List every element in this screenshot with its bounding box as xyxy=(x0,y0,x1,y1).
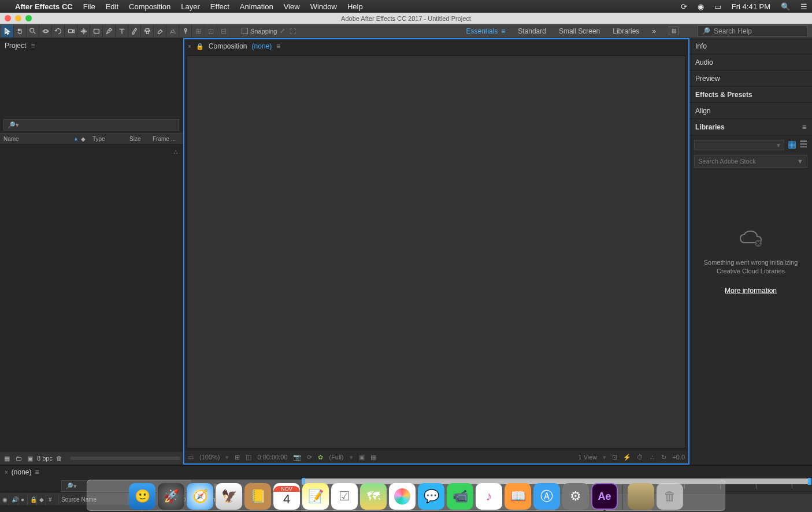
comp-tab-close-icon[interactable]: × xyxy=(188,43,191,50)
type-tool[interactable] xyxy=(116,25,128,38)
zoom-tool[interactable] xyxy=(27,25,39,38)
dock-photos-icon[interactable] xyxy=(389,483,416,510)
new-folder-icon[interactable]: 🗀 xyxy=(14,455,23,462)
local-axis-mode[interactable]: ⊞ xyxy=(192,25,205,38)
selection-tool[interactable] xyxy=(1,25,14,38)
comp-tab-label[interactable]: Composition xyxy=(209,42,247,50)
displays-icon[interactable]: ▭ xyxy=(714,2,721,11)
snapping-extend-icon[interactable]: ⛶ xyxy=(290,28,296,35)
dock-itunes-icon[interactable]: ♪ xyxy=(476,483,502,510)
timeline-panel-menu-icon[interactable]: ≡ xyxy=(35,468,39,476)
resolution-grid-icon[interactable]: ⊞ xyxy=(235,454,240,461)
menu-composition[interactable]: Composition xyxy=(129,2,170,11)
project-search-input[interactable]: 🔎▾ xyxy=(3,119,179,131)
library-search-input[interactable]: Search Adobe Stock ▼ xyxy=(694,155,807,168)
project-panel-menu-icon[interactable]: ≡ xyxy=(31,42,35,50)
dock-ibooks-icon[interactable]: 📖 xyxy=(505,483,531,510)
puppet-pin-tool[interactable] xyxy=(179,25,192,38)
dock-mail-icon[interactable]: 🦅 xyxy=(216,483,242,510)
dock-sysprefs-icon[interactable]: ⚙ xyxy=(562,483,589,510)
exposure-value[interactable]: +0.0 xyxy=(672,454,685,461)
spotlight-icon[interactable]: 🔍 xyxy=(781,2,790,11)
menu-help[interactable]: Help xyxy=(347,2,363,11)
mask-visibility-icon[interactable]: ◫ xyxy=(246,454,251,461)
project-col-name[interactable]: Name xyxy=(3,136,71,142)
pixel-aspect-icon[interactable]: ⊡ xyxy=(612,454,617,461)
project-thumb-slider[interactable] xyxy=(70,457,180,460)
view-axis-mode[interactable]: ⊟ xyxy=(217,25,230,38)
dock-maps-icon[interactable]: 🗺 xyxy=(360,483,387,510)
snapshot-icon[interactable]: 📷 xyxy=(293,454,301,461)
menu-view[interactable]: View xyxy=(284,2,300,11)
dock-reminders-icon[interactable]: ☑ xyxy=(331,483,358,510)
workspace-standard[interactable]: Standard xyxy=(518,27,546,35)
view-layout-dropdown[interactable]: 1 View xyxy=(578,454,597,461)
project-col-frame[interactable]: Frame ... xyxy=(153,136,179,142)
dock-desktop-icon[interactable] xyxy=(628,483,654,510)
hand-tool[interactable] xyxy=(14,25,27,38)
cc-status-icon[interactable]: ⟳ xyxy=(681,2,687,11)
dock-finder-icon[interactable]: 🙂 xyxy=(129,483,155,510)
pan-behind-tool[interactable] xyxy=(77,25,90,38)
roi-icon[interactable]: ▣ xyxy=(359,454,365,461)
color-mgmt-icon[interactable]: ✿ xyxy=(318,454,323,461)
fullscreen-window-button[interactable] xyxy=(25,15,32,21)
resolution-dropdown[interactable]: (Full) xyxy=(329,454,343,461)
timeline-icon[interactable]: ⏱ xyxy=(637,454,643,461)
library-dropdown[interactable]: ▼ xyxy=(694,140,784,150)
panel-libraries[interactable]: Libraries≡ xyxy=(689,119,812,135)
current-time[interactable]: 0:00:00:00 xyxy=(257,454,287,461)
dock-notes-icon[interactable]: 📝 xyxy=(302,483,329,510)
dock-facetime-icon[interactable]: 📹 xyxy=(447,483,473,510)
dock-aftereffects-icon[interactable]: Ae xyxy=(591,483,618,510)
panel-audio[interactable]: Audio xyxy=(689,54,812,71)
library-list-view-icon[interactable]: ☰ xyxy=(799,140,807,148)
composition-viewer[interactable] xyxy=(187,55,686,448)
menubar-app-name[interactable]: After Effects CC xyxy=(15,2,73,11)
unified-camera-tool[interactable] xyxy=(65,25,77,38)
comp-panel-menu-icon[interactable]: ≡ xyxy=(276,42,280,50)
project-col-type[interactable]: Type xyxy=(92,136,127,142)
panel-align[interactable]: Align xyxy=(689,103,812,119)
comp-tab-lock-icon[interactable]: 🔒 xyxy=(196,43,204,50)
always-preview-icon[interactable]: ▭ xyxy=(188,454,194,461)
panel-info[interactable]: Info xyxy=(689,38,812,54)
flowchart-icon[interactable]: ⛬ xyxy=(172,148,179,448)
project-tab-label[interactable]: Project xyxy=(5,42,26,50)
menu-animation[interactable]: Animation xyxy=(240,2,273,11)
dock-trash-icon[interactable]: 🗑 xyxy=(657,483,683,510)
snapping-checkbox[interactable] xyxy=(242,28,248,34)
workspace-libraries[interactable]: Libraries xyxy=(613,27,639,35)
dock-messages-icon[interactable]: 💬 xyxy=(418,483,444,510)
rotation-tool[interactable] xyxy=(52,25,65,38)
menu-layer[interactable]: Layer xyxy=(181,2,200,11)
menu-window[interactable]: Window xyxy=(310,2,337,11)
library-grid-view-icon[interactable]: ▦ xyxy=(788,140,796,148)
project-col-label-icon[interactable]: ◆ xyxy=(81,136,90,142)
dock-calendar-icon[interactable]: NOV4 xyxy=(273,483,300,510)
pen-tool[interactable] xyxy=(103,25,116,38)
fast-previews-icon[interactable]: ⚡ xyxy=(623,454,631,461)
notification-center-icon[interactable]: ☰ xyxy=(800,2,807,11)
panel-preview[interactable]: Preview xyxy=(689,71,812,87)
search-help-input[interactable]: 🔎 Search Help xyxy=(698,25,807,37)
snapping-options-icon[interactable]: ⤢ xyxy=(280,27,285,35)
interpret-footage-icon[interactable]: ▦ xyxy=(2,455,12,462)
menu-effect[interactable]: Effect xyxy=(210,2,229,11)
rectangle-tool[interactable] xyxy=(90,25,103,38)
roto-brush-tool[interactable] xyxy=(166,25,179,38)
dock-safari-icon[interactable]: 🧭 xyxy=(187,483,213,510)
minimize-window-button[interactable] xyxy=(15,15,21,21)
comp-flowchart-icon[interactable]: ⛬ xyxy=(649,454,655,461)
menubar-clock[interactable]: Fri 4:41 PM xyxy=(732,2,770,11)
project-items-area[interactable]: ⛬ xyxy=(0,144,183,452)
magnification-dropdown[interactable]: (100%) xyxy=(199,454,220,461)
world-axis-mode[interactable]: ⊡ xyxy=(205,25,217,38)
libraries-menu-icon[interactable]: ≡ xyxy=(802,123,806,131)
project-bpc[interactable]: 8 bpc xyxy=(37,455,53,462)
workspace-reset-icon[interactable]: ⊞ xyxy=(669,27,679,35)
menu-file[interactable]: File xyxy=(83,2,95,11)
transparency-grid-icon[interactable]: ▦ xyxy=(370,454,376,461)
reset-exposure-icon[interactable]: ↻ xyxy=(661,454,666,461)
workspace-essentials[interactable]: Essentials xyxy=(466,27,505,35)
